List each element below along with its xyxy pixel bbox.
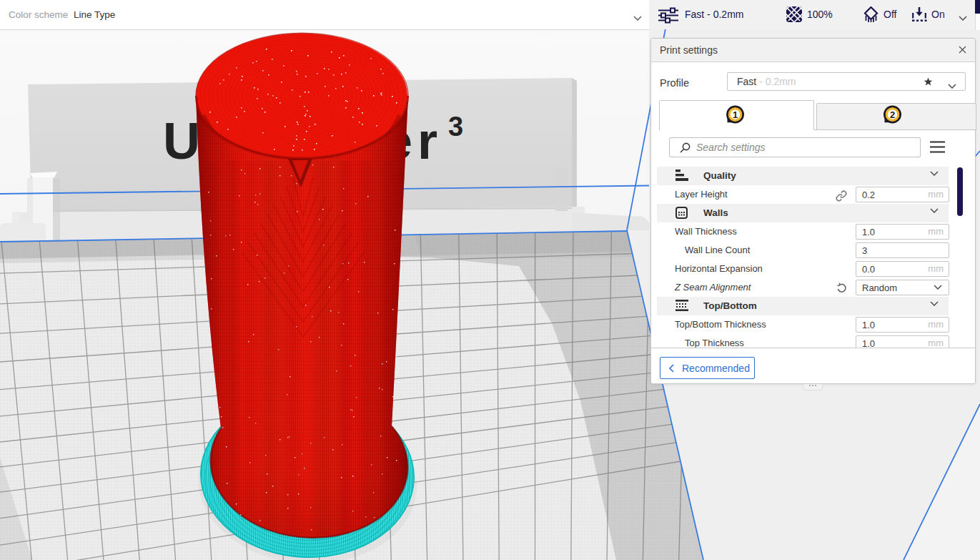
svg-text:2: 2 [890, 109, 895, 120]
svg-text:3: 3 [448, 112, 463, 142]
svg-text:1: 1 [733, 109, 738, 120]
